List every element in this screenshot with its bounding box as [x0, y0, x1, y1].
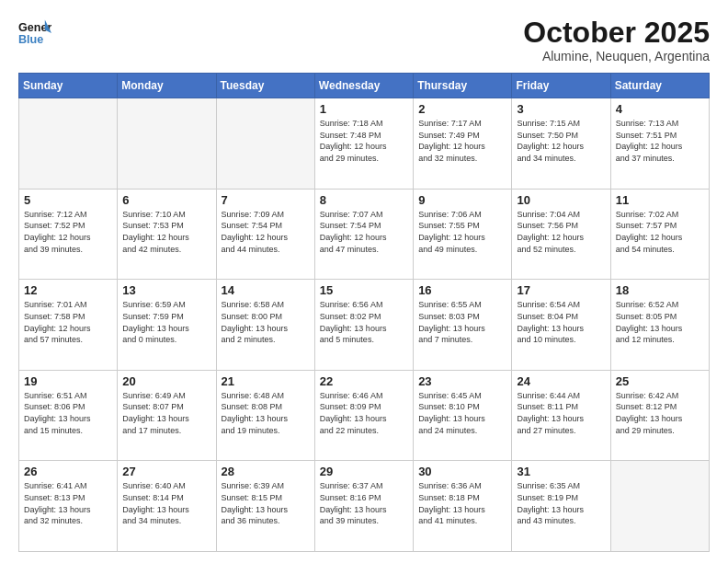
- day-info: Sunrise: 7:10 AM Sunset: 7:53 PM Dayligh…: [122, 209, 210, 255]
- calendar-week-3: 19Sunrise: 6:51 AM Sunset: 8:06 PM Dayli…: [19, 370, 710, 461]
- day-info: Sunrise: 6:36 AM Sunset: 8:18 PM Dayligh…: [418, 480, 506, 526]
- month-title: October 2025: [523, 17, 710, 49]
- day-info: Sunrise: 6:51 AM Sunset: 8:06 PM Dayligh…: [24, 390, 112, 436]
- day-info: Sunrise: 7:15 AM Sunset: 7:50 PM Dayligh…: [517, 118, 605, 164]
- calendar-cell: 9Sunrise: 7:06 AM Sunset: 7:55 PM Daylig…: [414, 189, 512, 280]
- day-info: Sunrise: 6:40 AM Sunset: 8:14 PM Dayligh…: [122, 480, 210, 526]
- day-info: Sunrise: 6:45 AM Sunset: 8:10 PM Dayligh…: [418, 390, 506, 436]
- day-number: 10: [517, 193, 605, 207]
- day-number: 24: [517, 374, 605, 388]
- header: General Blue October 2025 Alumine, Neuqu…: [18, 17, 710, 63]
- calendar-cell: 25Sunrise: 6:42 AM Sunset: 8:12 PM Dayli…: [610, 370, 709, 461]
- calendar-cell: 3Sunrise: 7:15 AM Sunset: 7:50 PM Daylig…: [512, 98, 610, 190]
- calendar-cell: 20Sunrise: 6:49 AM Sunset: 8:07 PM Dayli…: [118, 370, 216, 461]
- day-number: 19: [24, 374, 112, 388]
- calendar-cell: 24Sunrise: 6:44 AM Sunset: 8:11 PM Dayli…: [512, 370, 610, 461]
- calendar-cell: 10Sunrise: 7:04 AM Sunset: 7:56 PM Dayli…: [512, 189, 610, 280]
- calendar-cell: 23Sunrise: 6:45 AM Sunset: 8:10 PM Dayli…: [414, 370, 512, 461]
- calendar-cell: 2Sunrise: 7:17 AM Sunset: 7:49 PM Daylig…: [414, 98, 512, 190]
- day-info: Sunrise: 6:35 AM Sunset: 8:19 PM Dayligh…: [517, 480, 605, 526]
- day-number: 18: [616, 283, 704, 297]
- col-friday: Friday: [512, 74, 610, 98]
- day-info: Sunrise: 6:48 AM Sunset: 8:08 PM Dayligh…: [222, 390, 310, 436]
- calendar-cell: 14Sunrise: 6:58 AM Sunset: 8:00 PM Dayli…: [216, 280, 314, 371]
- calendar-cell: 4Sunrise: 7:13 AM Sunset: 7:51 PM Daylig…: [610, 98, 709, 190]
- day-info: Sunrise: 6:46 AM Sunset: 8:09 PM Dayligh…: [320, 390, 408, 436]
- calendar-cell: [19, 98, 118, 190]
- day-info: Sunrise: 7:09 AM Sunset: 7:54 PM Dayligh…: [222, 209, 310, 255]
- day-info: Sunrise: 7:02 AM Sunset: 7:57 PM Dayligh…: [616, 209, 704, 255]
- calendar-cell: 12Sunrise: 7:01 AM Sunset: 7:58 PM Dayli…: [19, 280, 118, 371]
- day-number: 15: [320, 283, 408, 297]
- calendar-cell: 29Sunrise: 6:37 AM Sunset: 8:16 PM Dayli…: [314, 461, 413, 552]
- calendar-cell: 8Sunrise: 7:07 AM Sunset: 7:54 PM Daylig…: [314, 189, 413, 280]
- day-info: Sunrise: 6:37 AM Sunset: 8:16 PM Dayligh…: [320, 480, 408, 526]
- calendar-week-0: 1Sunrise: 7:18 AM Sunset: 7:48 PM Daylig…: [19, 98, 710, 190]
- calendar-cell: 15Sunrise: 6:56 AM Sunset: 8:02 PM Dayli…: [314, 280, 413, 371]
- title-area: October 2025 Alumine, Neuquen, Argentina: [523, 17, 710, 63]
- day-info: Sunrise: 6:39 AM Sunset: 8:15 PM Dayligh…: [222, 480, 310, 526]
- day-info: Sunrise: 6:41 AM Sunset: 8:13 PM Dayligh…: [24, 480, 112, 526]
- calendar-cell: 6Sunrise: 7:10 AM Sunset: 7:53 PM Daylig…: [118, 189, 216, 280]
- calendar-cell: [118, 98, 216, 190]
- day-number: 14: [222, 283, 310, 297]
- day-info: Sunrise: 6:42 AM Sunset: 8:12 PM Dayligh…: [616, 390, 704, 436]
- col-tuesday: Tuesday: [216, 74, 314, 98]
- day-number: 23: [418, 374, 506, 388]
- day-number: 17: [517, 283, 605, 297]
- calendar-cell: [610, 461, 709, 552]
- calendar-cell: 1Sunrise: 7:18 AM Sunset: 7:48 PM Daylig…: [314, 98, 413, 190]
- day-info: Sunrise: 7:17 AM Sunset: 7:49 PM Dayligh…: [418, 118, 506, 164]
- calendar-cell: 7Sunrise: 7:09 AM Sunset: 7:54 PM Daylig…: [216, 189, 314, 280]
- day-number: 20: [122, 374, 210, 388]
- logo-icon: General Blue: [18, 17, 51, 50]
- location: Alumine, Neuquen, Argentina: [523, 49, 710, 63]
- day-info: Sunrise: 6:58 AM Sunset: 8:00 PM Dayligh…: [222, 299, 310, 345]
- day-info: Sunrise: 7:07 AM Sunset: 7:54 PM Dayligh…: [320, 209, 408, 255]
- calendar-cell: 5Sunrise: 7:12 AM Sunset: 7:52 PM Daylig…: [19, 189, 118, 280]
- calendar-cell: 17Sunrise: 6:54 AM Sunset: 8:04 PM Dayli…: [512, 280, 610, 371]
- day-number: 16: [418, 283, 506, 297]
- day-number: 28: [222, 465, 310, 478]
- calendar-cell: 30Sunrise: 6:36 AM Sunset: 8:18 PM Dayli…: [414, 461, 512, 552]
- day-info: Sunrise: 6:52 AM Sunset: 8:05 PM Dayligh…: [616, 299, 704, 345]
- day-number: 9: [418, 193, 506, 207]
- col-monday: Monday: [118, 74, 216, 98]
- day-info: Sunrise: 7:04 AM Sunset: 7:56 PM Dayligh…: [517, 209, 605, 255]
- day-number: 27: [122, 465, 210, 478]
- day-number: 3: [517, 102, 605, 116]
- col-thursday: Thursday: [414, 74, 512, 98]
- day-number: 8: [320, 193, 408, 207]
- day-number: 22: [320, 374, 408, 388]
- day-number: 4: [616, 102, 704, 116]
- page: General Blue October 2025 Alumine, Neuqu…: [0, 0, 728, 563]
- calendar-cell: 28Sunrise: 6:39 AM Sunset: 8:15 PM Dayli…: [216, 461, 314, 552]
- col-saturday: Saturday: [610, 74, 709, 98]
- day-number: 31: [517, 465, 605, 478]
- calendar-cell: 19Sunrise: 6:51 AM Sunset: 8:06 PM Dayli…: [19, 370, 118, 461]
- calendar-week-4: 26Sunrise: 6:41 AM Sunset: 8:13 PM Dayli…: [19, 461, 710, 552]
- day-info: Sunrise: 6:54 AM Sunset: 8:04 PM Dayligh…: [517, 299, 605, 345]
- day-info: Sunrise: 6:49 AM Sunset: 8:07 PM Dayligh…: [122, 390, 210, 436]
- col-wednesday: Wednesday: [314, 74, 413, 98]
- calendar-cell: 26Sunrise: 6:41 AM Sunset: 8:13 PM Dayli…: [19, 461, 118, 552]
- day-info: Sunrise: 7:12 AM Sunset: 7:52 PM Dayligh…: [24, 209, 112, 255]
- day-info: Sunrise: 6:55 AM Sunset: 8:03 PM Dayligh…: [418, 299, 506, 345]
- calendar-cell: 31Sunrise: 6:35 AM Sunset: 8:19 PM Dayli…: [512, 461, 610, 552]
- day-info: Sunrise: 6:44 AM Sunset: 8:11 PM Dayligh…: [517, 390, 605, 436]
- day-number: 25: [616, 374, 704, 388]
- calendar-table: Sunday Monday Tuesday Wednesday Thursday…: [18, 73, 710, 552]
- day-number: 5: [24, 193, 112, 207]
- day-number: 12: [24, 283, 112, 297]
- calendar-cell: 22Sunrise: 6:46 AM Sunset: 8:09 PM Dayli…: [314, 370, 413, 461]
- day-info: Sunrise: 6:59 AM Sunset: 7:59 PM Dayligh…: [122, 299, 210, 345]
- calendar-cell: 27Sunrise: 6:40 AM Sunset: 8:14 PM Dayli…: [118, 461, 216, 552]
- day-info: Sunrise: 7:01 AM Sunset: 7:58 PM Dayligh…: [24, 299, 112, 345]
- day-number: 7: [222, 193, 310, 207]
- day-info: Sunrise: 7:18 AM Sunset: 7:48 PM Dayligh…: [320, 118, 408, 164]
- day-number: 6: [122, 193, 210, 207]
- calendar-cell: [216, 98, 314, 190]
- day-number: 11: [616, 193, 704, 207]
- calendar-cell: 16Sunrise: 6:55 AM Sunset: 8:03 PM Dayli…: [414, 280, 512, 371]
- col-sunday: Sunday: [19, 74, 118, 98]
